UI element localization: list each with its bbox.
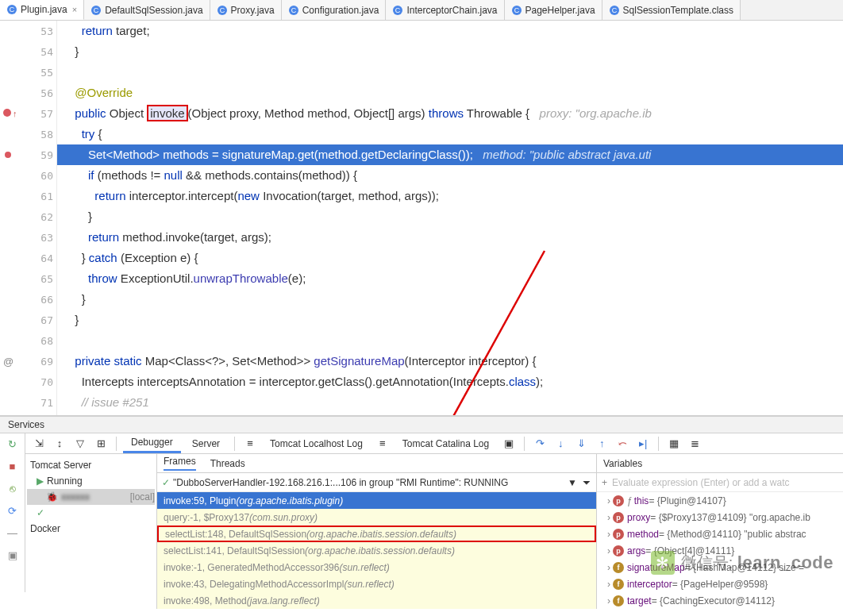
gutter-line[interactable]: 55 <box>0 62 56 83</box>
tab-threads[interactable]: Threads <box>210 458 245 469</box>
gutter-line[interactable]: 71 <box>0 392 56 413</box>
tree-docker[interactable]: Docker <box>27 521 155 537</box>
gutter-line[interactable]: 64 <box>0 248 56 268</box>
step-into-icon[interactable]: ↓ <box>552 435 569 452</box>
variable-row[interactable]: ›fsignatureMap = {HashMap@14112} size = <box>597 559 843 576</box>
code-line[interactable]: private static Map<Class<?>, Set<Method>… <box>57 351 843 372</box>
close-icon[interactable]: ▣ <box>500 435 518 452</box>
tab-localhost-log[interactable]: Tomcat Localhost Log <box>262 435 371 452</box>
gutter-line[interactable]: 67 <box>0 310 56 330</box>
code-line[interactable]: } <box>57 289 843 310</box>
rerun-icon[interactable]: ↻ <box>6 437 20 451</box>
variable-row[interactable]: ›pproxy = {$Proxy137@14109} "org.apache.… <box>597 509 843 526</box>
variable-row[interactable]: ›pmethod = {Method@14110} "public abstra… <box>597 526 843 542</box>
code-area[interactable]: return target; } @Override public Object… <box>57 21 843 415</box>
gutter-line[interactable]: @69 <box>0 351 56 372</box>
filter-icon[interactable]: ▼ <box>568 477 577 488</box>
code-line[interactable]: } <box>57 41 843 62</box>
deploy-icon[interactable]: ⟳ <box>6 503 20 518</box>
tab-DefaultSqlSession.java[interactable]: CDefaultSqlSession.java <box>84 0 210 20</box>
code-line[interactable]: if (methods != null && methods.contains(… <box>57 165 843 186</box>
gutter-line[interactable]: 66 <box>0 289 56 310</box>
variable-row[interactable]: ›pƒthis = {Plugin@14107} <box>597 492 843 509</box>
gutter-line[interactable]: 62 <box>0 206 56 227</box>
gutter-line[interactable]: 65 <box>0 268 56 289</box>
code-line[interactable] <box>57 330 843 351</box>
tab-server[interactable]: Server <box>184 435 228 452</box>
run-to-cursor-icon[interactable]: ▸| <box>634 435 652 452</box>
gutter-line[interactable]: 61 <box>0 186 56 206</box>
code-line[interactable]: return interceptor.intercept(new Invocat… <box>57 186 843 206</box>
trace-icon[interactable]: ≣ <box>686 435 703 452</box>
stack-frame[interactable]: selectList:141, DefaultSqlSession (org.a… <box>157 542 596 559</box>
tab-debugger[interactable]: Debugger <box>123 433 181 453</box>
variable-row[interactable]: ›pargs = {Object[4]@14111} <box>597 542 843 559</box>
tab-frames[interactable]: Frames <box>164 456 196 471</box>
stack-frame[interactable]: invoke:498, Method (java.lang.reflect) <box>157 592 596 609</box>
code-line[interactable]: @Override <box>57 83 843 103</box>
code-line[interactable]: return target; <box>57 21 843 41</box>
code-line[interactable]: } <box>57 206 843 227</box>
frame-list[interactable]: invoke:59, Plugin (org.apache.ibatis.plu… <box>157 492 596 609</box>
variable-row[interactable]: ›ftarget = {CachingExecutor@14112} <box>597 592 843 609</box>
tab-Configuration.java[interactable]: CConfiguration.java <box>282 0 387 20</box>
evaluate-input[interactable]: + Evaluate expression (Enter) or add a w… <box>597 473 843 492</box>
stop-icon[interactable]: ■ <box>6 459 20 473</box>
drop-frame-icon[interactable]: ⤺ <box>614 435 631 452</box>
gutter-line[interactable]: 60 <box>0 165 56 186</box>
code-line[interactable]: public Object invoke(Object proxy, Metho… <box>57 103 843 124</box>
code-line[interactable]: return method.invoke(target, args); <box>57 227 843 248</box>
evaluate-icon[interactable]: ▦ <box>665 435 683 452</box>
gutter-line[interactable]: 54 <box>0 41 56 62</box>
variables-list[interactable]: ›pƒthis = {Plugin@14107}›pproxy = {$Prox… <box>597 492 843 609</box>
collapse-icon[interactable]: ↕ <box>51 435 68 452</box>
tree-local-item[interactable]: 🐞xxxxxx[local] <box>27 489 155 505</box>
log-icon: ≡ <box>374 435 391 452</box>
plus-icon[interactable]: + <box>602 477 607 488</box>
stack-frame[interactable]: selectList:148, DefaultSqlSession (org.a… <box>157 526 596 542</box>
stack-frame[interactable]: invoke:-1, GeneratedMethodAccessor396 (s… <box>157 559 596 576</box>
code-line[interactable]: Intercepts interceptsAnnotation = interc… <box>57 372 843 392</box>
code-editor[interactable]: 53545556↑575859606162636465666768@697071… <box>0 21 843 416</box>
funnel-icon[interactable]: ⏷ <box>582 477 591 488</box>
layout-icon[interactable]: ▣ <box>6 548 20 562</box>
gutter-line[interactable]: 58 <box>0 124 56 144</box>
code-line[interactable]: Set<Method> methods = signatureMap.get(m… <box>57 144 843 165</box>
expand-icon[interactable]: ⇲ <box>30 435 48 452</box>
gutter-line[interactable]: 63 <box>0 227 56 248</box>
force-step-icon[interactable]: ⇓ <box>572 435 590 452</box>
filter-dropdown-icon[interactable]: ▽ <box>71 435 89 452</box>
tab-Proxy.java[interactable]: CProxy.java <box>210 0 282 20</box>
thread-selector[interactable]: ✓ "DubboServerHandler-192.168.216.1:...1… <box>157 473 596 492</box>
step-out-icon[interactable]: ↑ <box>593 435 610 452</box>
close-icon[interactable]: × <box>72 5 77 14</box>
group-icon[interactable]: ⊞ <box>92 435 110 452</box>
stack-frame[interactable]: invoke:59, Plugin (org.apache.ibatis.plu… <box>157 492 596 509</box>
code-line[interactable] <box>57 62 843 83</box>
gutter-line[interactable]: 56 <box>0 83 56 103</box>
tab-Plugin.java[interactable]: CPlugin.java× <box>0 0 84 20</box>
stack-frame[interactable]: invoke:43, DelegatingMethodAccessorImpl … <box>157 576 596 592</box>
settings-icon[interactable]: — <box>6 526 20 540</box>
tab-SqlSessionTemplate.class[interactable]: CSqlSessionTemplate.class <box>602 0 741 20</box>
stack-frame[interactable]: query:-1, $Proxy137 (com.sun.proxy) <box>157 509 596 526</box>
gutter-line[interactable]: ↑57 <box>0 103 56 124</box>
tab-InterceptorChain.java[interactable]: CInterceptorChain.java <box>386 0 504 20</box>
services-tree[interactable]: Tomcat Server ▶Running 🐞xxxxxx[local] ✓ … <box>25 454 157 609</box>
code-line[interactable]: // issue #251 <box>57 392 843 413</box>
variable-row[interactable]: ›finterceptor = {PageHelper@9598} <box>597 576 843 592</box>
attach-icon[interactable]: ⎋ <box>6 481 20 495</box>
tab-PageHelper.java[interactable]: CPageHelper.java <box>505 0 602 20</box>
gutter-line[interactable]: 70 <box>0 372 56 392</box>
gutter-line[interactable]: 59 <box>0 144 56 165</box>
gutter-line[interactable]: 68 <box>0 330 56 351</box>
code-line[interactable]: } catch (Exception e) { <box>57 248 843 268</box>
code-line[interactable]: throw ExceptionUtil.unwrapThrowable(e); <box>57 268 843 289</box>
tab-catalina-log[interactable]: Tomcat Catalina Log <box>395 435 497 452</box>
gutter-line[interactable]: 53 <box>0 21 56 41</box>
code-line[interactable]: try { <box>57 124 843 144</box>
step-over-icon[interactable]: ↷ <box>531 435 549 452</box>
code-line[interactable]: } <box>57 310 843 330</box>
tree-running[interactable]: ▶Running <box>27 473 155 489</box>
tree-tomcat[interactable]: Tomcat Server <box>27 457 155 473</box>
